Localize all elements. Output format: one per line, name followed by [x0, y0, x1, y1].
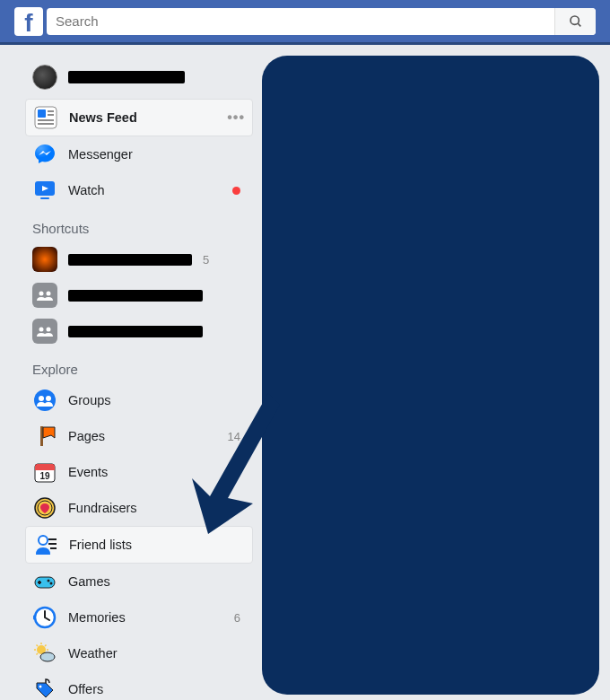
svg-point-12	[39, 328, 44, 332]
sidebar-item-label: Friend lists	[69, 538, 245, 552]
sidebar-item-label: Memories	[68, 610, 223, 625]
sidebar-item-groups[interactable]: Groups	[25, 382, 253, 418]
memories-icon	[32, 605, 57, 630]
sidebar-item-news-feed[interactable]: News Feed •••	[25, 99, 253, 136]
friend-lists-icon	[33, 532, 58, 557]
sidebar: News Feed ••• Messenger Watch Shortcuts …	[25, 56, 253, 700]
svg-rect-4	[48, 110, 54, 112]
svg-rect-6	[38, 119, 54, 121]
sidebar-item-label: Offers	[68, 682, 246, 696]
search-input[interactable]	[56, 13, 554, 29]
svg-point-16	[46, 396, 51, 401]
search-button[interactable]	[554, 8, 596, 35]
svg-rect-3	[38, 109, 46, 118]
sidebar-item-weather[interactable]: Weather	[25, 635, 253, 671]
svg-point-10	[39, 292, 44, 296]
sidebar-item-pages[interactable]: Pages 14	[25, 418, 253, 454]
sidebar-item-label: Weather	[68, 646, 246, 661]
svg-rect-5	[48, 114, 54, 116]
main-content-panel	[262, 56, 599, 695]
sidebar-item-events[interactable]: 19 Events 1	[25, 454, 253, 490]
svg-point-36	[39, 686, 42, 688]
svg-point-14	[34, 389, 56, 411]
sidebar-item-label: Games	[68, 574, 246, 589]
sidebar-item-label: Pages	[68, 429, 217, 443]
svg-rect-30	[38, 582, 41, 583]
sidebar-item-label: News Feed	[69, 110, 216, 125]
offers-icon	[32, 677, 57, 700]
shortcut-item[interactable]: 5	[25, 241, 253, 277]
svg-rect-7	[38, 123, 54, 125]
shortcut-label	[68, 290, 203, 302]
shortcut-item[interactable]	[25, 313, 253, 349]
shortcut-label	[68, 254, 192, 266]
weather-icon	[32, 641, 57, 666]
svg-rect-9	[40, 197, 49, 199]
pages-icon	[32, 424, 57, 449]
notification-dot	[232, 187, 240, 195]
shortcut-item[interactable]	[25, 277, 253, 313]
sidebar-item-label: Groups	[68, 393, 246, 407]
sidebar-item-label: Events	[68, 465, 223, 479]
events-icon: 19	[32, 459, 57, 485]
shortcut-label	[68, 326, 203, 337]
svg-point-24	[39, 536, 48, 545]
svg-rect-25	[48, 538, 57, 540]
svg-rect-20	[35, 468, 55, 470]
facebook-logo[interactable]: f	[14, 7, 43, 36]
section-shortcuts: Shortcuts	[25, 208, 253, 241]
item-count: 14	[228, 430, 240, 443]
top-bar: f	[0, 0, 610, 45]
item-count: 1	[234, 466, 240, 479]
avatar	[32, 65, 57, 90]
watch-icon	[32, 178, 57, 203]
sidebar-item-label: Watch	[68, 183, 222, 197]
svg-point-35	[40, 652, 55, 661]
svg-point-0	[571, 16, 579, 24]
group-icon	[32, 283, 57, 308]
groups-icon	[32, 388, 57, 413]
sidebar-item-label: Messenger	[68, 147, 246, 162]
sidebar-item-fundraisers[interactable]: Fundraisers	[25, 490, 253, 526]
search-icon	[569, 14, 583, 29]
shortcut-count: 5	[203, 253, 209, 267]
svg-point-31	[48, 580, 50, 582]
sidebar-item-label: Fundraisers	[68, 501, 246, 515]
games-icon	[32, 569, 57, 594]
content: News Feed ••• Messenger Watch Shortcuts …	[0, 45, 610, 700]
profile-link[interactable]	[25, 56, 253, 99]
svg-point-32	[50, 582, 53, 585]
search-container	[47, 8, 596, 35]
svg-point-13	[47, 328, 51, 332]
sidebar-item-watch[interactable]: Watch	[25, 172, 253, 208]
sidebar-item-friend-lists[interactable]: Friend lists	[25, 526, 253, 564]
svg-rect-26	[48, 543, 57, 545]
messenger-icon	[32, 142, 57, 167]
svg-line-1	[578, 23, 580, 26]
svg-text:19: 19	[39, 471, 50, 481]
profile-name	[68, 71, 185, 83]
svg-rect-27	[50, 547, 57, 549]
sidebar-item-memories[interactable]: Memories 6	[25, 599, 253, 635]
fundraisers-icon	[32, 495, 57, 521]
more-icon[interactable]: •••	[227, 109, 245, 126]
sidebar-item-offers[interactable]: Offers	[25, 671, 253, 700]
sidebar-item-games[interactable]: Games	[25, 564, 253, 599]
svg-point-11	[47, 292, 51, 296]
group-icon	[32, 319, 57, 344]
item-count: 6	[234, 611, 240, 625]
svg-point-15	[39, 396, 44, 401]
news-feed-icon	[33, 105, 58, 130]
sidebar-item-messenger[interactable]: Messenger	[25, 136, 253, 172]
section-explore: Explore	[25, 349, 253, 382]
shortcut-icon	[32, 247, 57, 272]
